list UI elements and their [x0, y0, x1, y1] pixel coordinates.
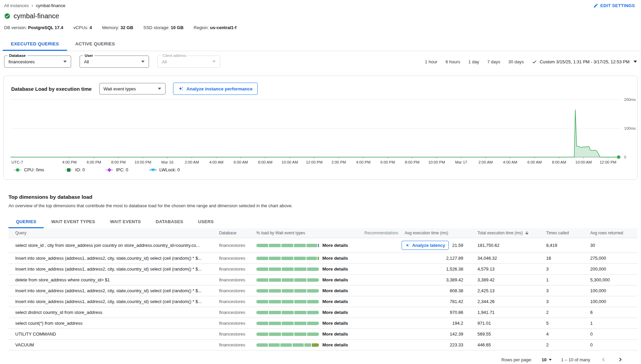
chart-dimension-select[interactable]: Wait event types: [99, 83, 166, 94]
total-execution-time-value: 2,425.13: [473, 285, 542, 296]
query-text-link[interactable]: Insert into store_address (address1, add…: [15, 266, 201, 272]
time-preset-30-days[interactable]: 30 days: [508, 59, 524, 64]
pagination: Rows per page: 10 1 – 10 of many: [8, 350, 638, 364]
instance-meta-item: SSD storage: 10 GB: [143, 25, 184, 30]
svg-text:10:00 AM: 10:00 AM: [575, 160, 592, 164]
circle-marker-icon: [14, 168, 21, 172]
load-bar: [256, 278, 319, 282]
query-text-link[interactable]: Insert into store_address (address1, add…: [15, 299, 201, 304]
avg-execution-time-value: 970.86: [450, 310, 463, 315]
top-dimensions-description: An overview of the top dimensions that c…: [8, 203, 638, 208]
breadcrumb-all-instances-link[interactable]: All instances: [4, 3, 29, 8]
database-cell: financestores: [217, 329, 254, 340]
query-text-link[interactable]: Insert into store_address (address1, add…: [15, 256, 201, 261]
recommendations-cell: [359, 340, 400, 350]
table-row: select store_id , city from store_addres…: [8, 238, 638, 253]
avg-rows-returned-value: 100,000: [586, 285, 638, 296]
more-details-link[interactable]: More details: [322, 243, 348, 248]
edit-settings-button[interactable]: EDIT SETTINGS: [593, 3, 635, 8]
chevron-down-icon: [549, 359, 552, 361]
times-called-value: 3: [542, 264, 586, 275]
times-called-value: 8,419: [542, 238, 586, 253]
tab-executed-queries[interactable]: EXECUTED QUERIES: [3, 38, 67, 51]
total-execution-time-value: 181,750.62: [473, 238, 542, 253]
query-text-link[interactable]: select distinct country_id from store_ad…: [15, 310, 102, 315]
avg-execution-time-value: 2,127.89: [446, 256, 463, 261]
more-details-link[interactable]: More details: [322, 277, 348, 282]
avg-rows-returned-value: 200,000: [586, 264, 638, 275]
query-text-link[interactable]: delete from store_address where country_…: [15, 277, 110, 282]
column-header-query[interactable]: Query: [8, 228, 217, 238]
load-bar: [256, 322, 319, 325]
previous-page-button[interactable]: [600, 356, 607, 363]
analyze-latency-button[interactable]: Analyze latency: [402, 241, 449, 250]
user-select[interactable]: User All: [80, 56, 149, 68]
dimension-tab-wait-events[interactable]: WAIT EVENTS: [103, 216, 148, 228]
dimension-tab-wait-event-types[interactable]: WAIT EVENT TYPES: [44, 216, 103, 228]
more-details-link[interactable]: More details: [322, 299, 348, 304]
database-select-value: financestores: [8, 59, 35, 64]
column-header-rows[interactable]: Avg rows returned: [586, 228, 638, 238]
recommendations-cell: [359, 253, 400, 264]
query-text-link[interactable]: select store_id , city from store_addres…: [15, 243, 200, 248]
total-execution-time-value: 34,046.32: [473, 253, 542, 264]
avg-rows-returned-value: 5,300,000: [586, 275, 638, 285]
table-row: VACUUM financestores More details 223.33…: [8, 340, 638, 350]
column-header-avg[interactable]: Avg execution time (ms): [400, 228, 473, 238]
svg-text:4:00 PM: 4:00 PM: [62, 160, 77, 164]
table-header-row: QueryDatabase% load by Wait event typesR…: [8, 228, 638, 238]
query-text-link[interactable]: select count(*) from store_address: [15, 321, 83, 326]
chevron-down-icon: [63, 61, 67, 63]
analyze-latency-label: Analyze latency: [412, 243, 445, 248]
filter-selects: Database financestores User All Client a…: [4, 56, 220, 68]
svg-text:6:00 PM: 6:00 PM: [380, 160, 395, 164]
dimension-tab-users[interactable]: USERS: [191, 216, 221, 228]
more-details-link[interactable]: More details: [322, 342, 348, 347]
query-text-link[interactable]: Insert into store_address (address1, add…: [15, 288, 201, 293]
column-header-times[interactable]: Times called: [542, 228, 586, 238]
query-text-link[interactable]: UTILITY COMMAND: [15, 331, 56, 337]
times-called-value: 3: [542, 285, 586, 296]
column-header-rec[interactable]: Recommendations: [359, 228, 400, 238]
more-details-link[interactable]: More details: [322, 321, 348, 326]
column-header-db[interactable]: Database: [217, 228, 254, 238]
more-details-link[interactable]: More details: [322, 266, 348, 272]
time-preset-1-hour[interactable]: 1 hour: [425, 59, 437, 64]
user-select-label: User: [83, 53, 94, 58]
instance-meta-item: Memory: 32 GB: [102, 25, 133, 30]
analyze-instance-performance-label: Analyze instance performance: [187, 86, 253, 91]
legend-label: IO: 0: [75, 167, 85, 172]
database-cell: financestores: [217, 285, 254, 296]
time-preset-7-days[interactable]: 7 days: [487, 59, 500, 64]
legend-item: CPU: 0ms: [14, 167, 44, 172]
column-header-total[interactable]: Total execution time (ms): [473, 228, 542, 238]
svg-text:4:00 AM: 4:00 AM: [503, 160, 517, 164]
tab-active-queries[interactable]: ACTIVE QUERIES: [67, 38, 123, 51]
load-bar: [256, 267, 319, 271]
avg-rows-returned-value: 100,000: [586, 296, 638, 307]
recommendations-cell: [359, 296, 400, 307]
column-header-load[interactable]: % load by Wait event types: [254, 228, 359, 238]
next-page-button[interactable]: [617, 356, 624, 363]
time-preset-1-day[interactable]: 1 day: [468, 59, 479, 64]
chart-dimension-value: Wait event types: [104, 86, 136, 91]
more-details-link[interactable]: More details: [322, 288, 348, 293]
filter-row: Database financestores User All Client a…: [4, 56, 637, 68]
more-details-link[interactable]: More details: [322, 331, 348, 337]
recommendations-cell: [359, 275, 400, 285]
legend-item: IO: 0: [65, 167, 85, 172]
dimension-tab-queries[interactable]: QUERIES: [8, 216, 44, 228]
rows-per-page-select[interactable]: 10: [542, 357, 552, 362]
triangle-marker-icon: [149, 168, 157, 172]
time-preset-6-hours[interactable]: 6 hours: [446, 59, 460, 64]
more-details-link[interactable]: More details: [322, 310, 348, 315]
custom-time-range-button[interactable]: Custom 3/15/25, 1:31 PM - 3/17/25, 12:53…: [532, 59, 637, 64]
dimension-tab-databases[interactable]: DATABASES: [148, 216, 191, 228]
svg-text:10:00 PM: 10:00 PM: [134, 160, 151, 164]
database-select[interactable]: Database financestores: [4, 56, 71, 68]
analyze-instance-performance-button[interactable]: Analyze instance performance: [173, 83, 258, 95]
svg-text:6:00 AM: 6:00 AM: [234, 160, 248, 164]
query-text-link[interactable]: VACUUM: [15, 342, 34, 347]
more-details-link[interactable]: More details: [322, 256, 348, 261]
svg-text:8:00 AM: 8:00 AM: [258, 160, 272, 164]
